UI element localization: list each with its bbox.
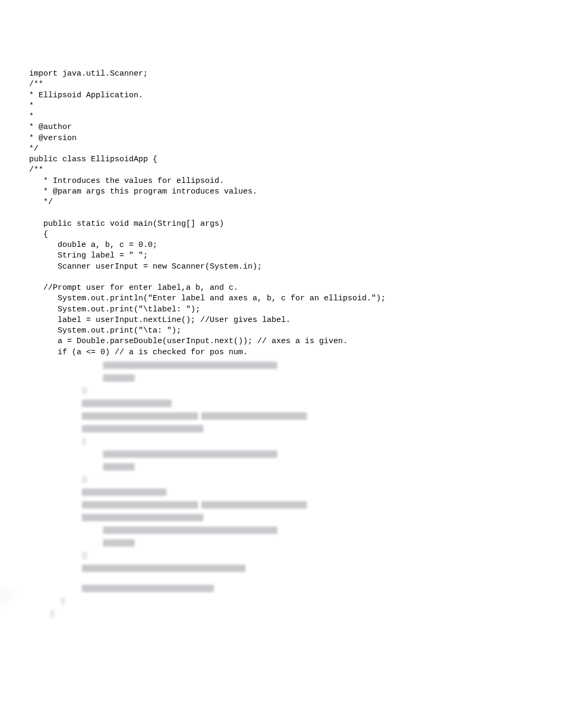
code-line: * @param args this program introduces va… <box>29 187 257 196</box>
code-line: * <box>29 102 34 110</box>
code-line: * @version <box>29 134 77 143</box>
code-line: * @author <box>29 123 72 132</box>
code-line: */ <box>29 198 53 207</box>
code-line: a = Double.parseDouble(userInput.next())… <box>29 337 348 346</box>
blurred-segment <box>103 362 277 369</box>
code-line: * Ellipsoid Application. <box>29 91 143 100</box>
code-line: String label = " "; <box>29 251 148 260</box>
code-line: System.out.print("\tlabel: "); <box>29 305 200 314</box>
code-line: import java.util.Scanner; <box>29 69 148 78</box>
blurred-line <box>29 512 540 523</box>
blurred-segment <box>103 450 277 458</box>
code-line: */ <box>29 144 39 153</box>
code-line: public class EllipsoidApp { <box>29 155 157 164</box>
blurred-line <box>29 525 540 536</box>
blurred-segment <box>61 597 65 605</box>
blurred-line <box>29 500 540 510</box>
blurred-line <box>29 538 540 548</box>
blurred-segment <box>82 412 198 420</box>
code-line: double a, b, c = 0.0; <box>29 241 157 250</box>
blurred-segment <box>82 585 214 592</box>
blurred-segment <box>82 425 203 432</box>
blurred-segment <box>82 514 203 521</box>
blurred-line <box>29 360 540 371</box>
code-line: public static void main(String[] args) <box>29 219 224 228</box>
blurred-line <box>29 411 540 421</box>
blurred-segment <box>50 610 54 618</box>
blurred-line <box>29 609 540 619</box>
code-line: { <box>29 230 48 239</box>
code-line: * <box>29 112 34 121</box>
blurred-segment <box>201 501 307 509</box>
code-line: System.out.println("Enter label and axes… <box>29 294 386 303</box>
code-line: Scanner userInput = new Scanner(System.i… <box>29 262 262 271</box>
blurred-line <box>29 373 540 383</box>
blurred-segment <box>82 489 166 496</box>
blurred-line <box>29 436 540 447</box>
blurred-code-region <box>29 360 540 619</box>
blurred-segment <box>82 438 86 445</box>
code-line: System.out.print("\ta: "); <box>29 326 181 335</box>
blurred-line <box>29 487 540 497</box>
blurred-segment <box>82 387 87 394</box>
blurred-line <box>29 449 540 459</box>
blurred-line <box>29 423 540 434</box>
blurred-segment <box>103 463 135 471</box>
blurred-line <box>29 596 540 606</box>
blurred-segment <box>201 412 307 420</box>
blurred-line <box>29 462 540 472</box>
code-line: /** <box>29 165 43 174</box>
page-fold-decoration <box>0 589 16 611</box>
blurred-line <box>29 385 540 396</box>
blurred-line <box>29 398 540 409</box>
document-page: import java.util.Scanner; /** * Ellipsoi… <box>0 0 561 642</box>
blurred-line <box>29 550 540 561</box>
blurred-line <box>29 583 540 594</box>
blurred-segment <box>82 552 87 559</box>
code-block: import java.util.Scanner; /** * Ellipsoi… <box>29 69 540 358</box>
blurred-segment <box>82 501 198 509</box>
blurred-segment <box>103 539 135 547</box>
blurred-segment <box>82 565 246 572</box>
blurred-segment <box>82 476 87 483</box>
blurred-line <box>29 576 540 581</box>
code-line: * Introduces the values for ellipsoid. <box>29 177 224 186</box>
blurred-segment <box>103 527 277 534</box>
code-line: //Prompt user for enter label,a b, and c… <box>29 283 238 292</box>
blurred-segment <box>82 400 172 407</box>
code-line: /** <box>29 80 43 89</box>
blurred-segment <box>103 374 135 382</box>
blurred-line <box>29 474 540 485</box>
code-line: if (a <= 0) // a is checked for pos num. <box>29 348 248 357</box>
code-line: label = userInput.nextLine(); //User giv… <box>29 316 291 325</box>
blurred-line <box>29 563 540 574</box>
